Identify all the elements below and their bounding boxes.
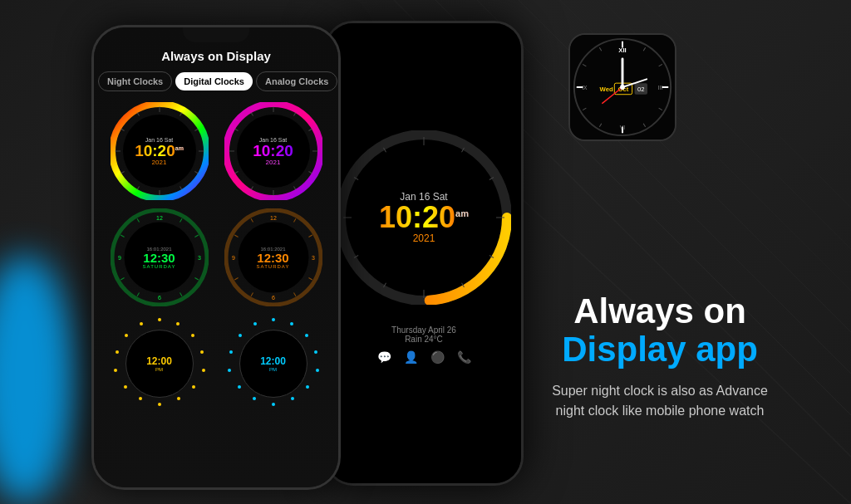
marketing-text: Always on Display app Super night clock … <box>502 292 818 421</box>
tabs-bar: Night Clocks Digital Clocks Analog Clock… <box>94 71 338 98</box>
svg-point-82 <box>314 350 317 354</box>
phone2-weather: Thursday April 26 Rain 24°C 💬 👤 ⚫ 📞 <box>377 313 471 376</box>
clock1-year: 2021 <box>152 159 167 166</box>
clock-item-6[interactable]: 12:00 PM <box>220 315 326 413</box>
clock5-time: 12:00 <box>146 355 172 367</box>
svg-line-18 <box>121 172 124 174</box>
svg-point-71 <box>114 369 117 372</box>
svg-text:3: 3 <box>198 255 201 261</box>
svg-text:IX: IX <box>582 85 588 91</box>
clock5-ampm: PM <box>155 367 163 372</box>
svg-line-56 <box>293 292 296 296</box>
contact-icon: 👤 <box>404 350 418 364</box>
clock4-day: SATURDAY <box>257 264 290 269</box>
clock2-year: 2021 <box>266 159 281 166</box>
big-clock-container: Jan 16 Sat 10:20am 2021 <box>337 130 511 305</box>
svg-text:XII: XII <box>618 46 626 54</box>
clock-item-3[interactable]: 12 3 6 9 <box>106 208 212 306</box>
svg-line-14 <box>194 172 198 174</box>
svg-text:3: 3 <box>312 255 315 261</box>
svg-line-17 <box>137 186 140 189</box>
svg-point-89 <box>228 369 231 372</box>
svg-line-25 <box>308 129 312 131</box>
svg-point-80 <box>290 322 293 325</box>
svg-text:Wed: Wed <box>599 86 612 93</box>
circle-icon: ⚫ <box>430 350 445 364</box>
svg-point-81 <box>305 334 308 337</box>
tab-night-clocks[interactable]: Night Clocks <box>98 71 172 91</box>
svg-line-45 <box>121 278 124 281</box>
clock6-time: 12:00 <box>260 355 286 367</box>
svg-line-42 <box>194 278 198 281</box>
svg-text:12: 12 <box>270 215 277 221</box>
app-title: Always on Display <box>94 42 338 71</box>
svg-line-31 <box>234 172 238 174</box>
clock6-ampm: PM <box>269 367 277 372</box>
clock-item-4[interactable]: 12 3 6 9 <box>220 208 326 306</box>
big-clock-inner: Jan 16 Sat 10:20am 2021 <box>353 147 494 288</box>
svg-text:6: 6 <box>158 295 161 301</box>
chat-icon: 💬 <box>377 350 391 364</box>
svg-line-27 <box>308 172 312 174</box>
phone2-weather-text: Rain 24°C <box>377 335 471 344</box>
svg-text:III: III <box>658 85 663 91</box>
clock2-time: 10:20 <box>253 143 293 159</box>
svg-point-87 <box>253 397 256 400</box>
phone2-date: Thursday April 26 <box>377 325 471 335</box>
svg-line-12 <box>194 129 198 131</box>
headline-line1: Always on <box>502 292 818 330</box>
svg-line-59 <box>234 235 238 237</box>
tab-digital-clocks[interactable]: Digital Clocks <box>175 72 253 91</box>
svg-line-21 <box>137 112 140 115</box>
svg-text:02: 02 <box>637 86 645 93</box>
clock5-inner: 12:00 PM <box>125 330 194 398</box>
svg-line-44 <box>137 292 140 296</box>
clock-item-5[interactable]: 12:00 PM <box>106 315 212 413</box>
clock3-day: SATURDAY <box>143 264 176 269</box>
svg-text:9: 9 <box>118 255 121 261</box>
svg-line-28 <box>293 186 296 189</box>
tab-analog-clocks[interactable]: Analog Clocks <box>256 71 337 91</box>
svg-point-69 <box>139 397 142 400</box>
svg-point-92 <box>253 322 257 325</box>
clock4-inner: 16:01:2021 12:30 SATURDAY <box>238 223 308 293</box>
svg-line-54 <box>308 235 312 237</box>
svg-line-55 <box>308 278 312 281</box>
svg-point-91 <box>239 334 242 337</box>
svg-text:9: 9 <box>232 255 235 261</box>
svg-text:6: 6 <box>272 295 275 301</box>
svg-text:VI: VI <box>620 125 626 130</box>
svg-line-20 <box>121 129 124 131</box>
big-clock-time: 10:20am <box>379 203 469 232</box>
svg-point-84 <box>306 385 309 389</box>
svg-line-47 <box>137 218 140 222</box>
svg-point-68 <box>158 403 161 406</box>
clock1-inner: Jan 16 Sat 10:20am 2021 <box>123 115 196 188</box>
svg-line-58 <box>234 278 238 281</box>
phone-notch <box>183 27 249 42</box>
svg-line-43 <box>180 292 182 296</box>
svg-line-60 <box>251 218 253 222</box>
svg-point-134 <box>620 85 625 90</box>
svg-point-61 <box>158 318 161 321</box>
svg-point-72 <box>116 350 119 354</box>
phone-icon: 📞 <box>457 350 471 364</box>
svg-line-46 <box>121 235 124 237</box>
clock6-inner: 12:00 PM <box>239 330 307 398</box>
svg-line-15 <box>180 186 182 189</box>
subtext-description: Super night clock is also as Advancenigh… <box>502 381 818 421</box>
headline-line2: Display app <box>502 330 818 369</box>
svg-line-57 <box>251 292 253 296</box>
svg-point-62 <box>176 322 180 325</box>
clock-item-2[interactable]: Jan 16 Sat 10:20 2021 <box>220 102 326 200</box>
svg-line-53 <box>293 218 296 222</box>
svg-point-86 <box>272 403 275 406</box>
svg-text:12: 12 <box>156 215 163 221</box>
clock2-inner: Jan 16 Sat 10:20 2021 <box>237 115 310 188</box>
phone-mockup: Always on Display Night Clocks Digital C… <box>91 25 341 490</box>
svg-point-74 <box>140 322 143 325</box>
svg-point-90 <box>229 350 233 354</box>
svg-point-63 <box>191 334 194 337</box>
clock-item-1[interactable]: Jan 16 Sat 10:20am 2021 <box>106 102 212 200</box>
svg-line-33 <box>234 129 238 131</box>
